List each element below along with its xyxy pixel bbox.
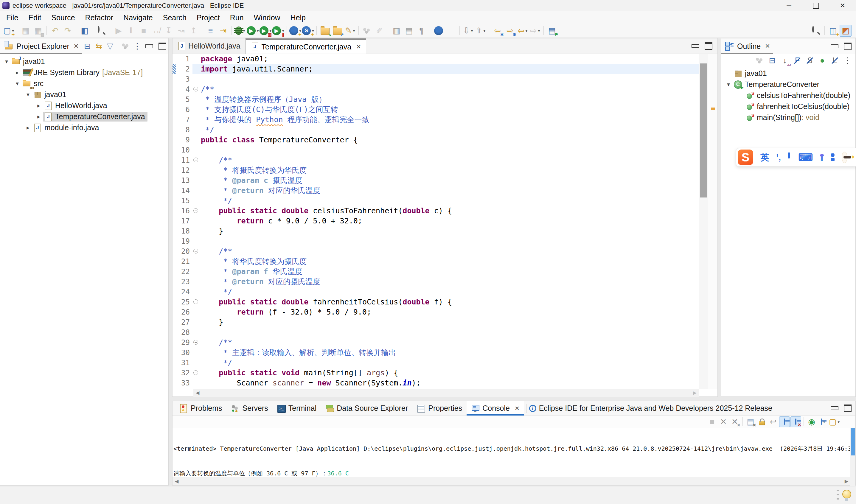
link-with-editor-button[interactable]: ⇆ xyxy=(93,41,104,52)
fold-collapse-icon[interactable]: − xyxy=(193,370,198,375)
tab-project-explorer[interactable]: Project Explorer ✕ xyxy=(0,38,82,54)
menu-item-search[interactable]: Search xyxy=(158,13,192,22)
save-button[interactable]: ▦ xyxy=(20,25,32,37)
close-icon[interactable]: ✕ xyxy=(515,405,520,412)
tree-item[interactable]: ▾java01 xyxy=(0,89,168,100)
expander-icon[interactable]: ▸ xyxy=(34,102,43,109)
suspend-button[interactable]: ‖ xyxy=(125,25,137,37)
console-horizontal-scrollbar[interactable]: ◀ ▶ xyxy=(173,477,851,485)
resume-button[interactable]: ▶ xyxy=(113,25,125,37)
notification-bulb-icon[interactable] xyxy=(842,490,851,499)
next-edit-location-button[interactable]: ⇨✱ xyxy=(504,25,516,37)
expander-icon[interactable]: ▸ xyxy=(13,69,22,76)
hide-static-button[interactable]: S xyxy=(804,55,816,67)
code-line[interactable]: 14 * @return 对应的华氏温度 xyxy=(173,185,699,196)
code-line[interactable]: 6 * 支持摄氏度(C)与华氏度(F)之间互转 xyxy=(173,105,699,115)
word-wrap-button[interactable]: ↩ xyxy=(768,416,779,427)
code-line[interactable]: 12 * 将摄氏度转换为华氏度 xyxy=(173,165,699,176)
clear-console-button[interactable]: ▤✕ xyxy=(745,416,756,427)
code-line[interactable]: 22 * @param f 华氏温度 xyxy=(173,267,699,277)
console-tab-terminal[interactable]: >_Terminal xyxy=(273,401,321,415)
back-button[interactable]: ⇦▾ xyxy=(517,25,529,37)
outline-item[interactable]: Smain(String[]) : void xyxy=(721,112,855,123)
close-icon[interactable]: ✕ xyxy=(765,42,770,50)
import-button[interactable]: ↘ xyxy=(319,25,331,37)
code-editor[interactable]: 1package java01;2import java.util.Scanne… xyxy=(173,54,699,389)
code-line[interactable]: 19 xyxy=(173,236,699,246)
view-menu-button[interactable]: ⋮ xyxy=(132,41,142,52)
tree-item[interactable]: ▾src xyxy=(0,78,168,89)
coverage-button[interactable]: ▶▥▾ xyxy=(260,25,272,37)
tree-item[interactable]: ▸Jmodule-info.java xyxy=(0,122,168,133)
tree-item[interactable]: ▸JRE System Library[JavaSE-17] xyxy=(0,67,168,78)
active-perspective-java-ee-button[interactable]: ◩ xyxy=(840,25,852,37)
scrollbar-thumb[interactable] xyxy=(700,64,707,197)
new-server-button[interactable]: ✦▾ xyxy=(289,25,302,37)
code-line[interactable]: 4−/** xyxy=(173,84,699,94)
previous-edit-location-button[interactable]: ⇦✱ xyxy=(492,25,503,37)
open-console-button[interactable]: ▢▾ xyxy=(829,416,840,427)
hide-non-public-button[interactable]: ● xyxy=(816,55,828,67)
minimize-button[interactable] xyxy=(828,41,841,52)
drag-handle[interactable] xyxy=(837,490,839,501)
last-edit-location-button[interactable]: ▤⚑ xyxy=(546,25,558,37)
expander-icon[interactable]: ▸ xyxy=(34,113,43,120)
expander-icon[interactable]: ▾ xyxy=(2,58,11,65)
outline-item[interactable]: ▾C▶TemperatureConverter xyxy=(721,79,855,90)
terminate-button[interactable]: ■ xyxy=(707,416,717,427)
scroll-left-icon[interactable]: ◀ xyxy=(175,479,178,484)
console-tab-console[interactable]: Console✕ xyxy=(467,401,524,415)
editor-tab-helloworld-java[interactable]: JHelloWorld.java xyxy=(173,38,246,54)
code-line[interactable]: 2import java.util.Scanner; xyxy=(173,64,699,74)
fold-collapse-icon[interactable]: − xyxy=(193,158,198,162)
code-line[interactable]: 31 */ xyxy=(173,358,699,368)
editor-horizontal-scrollbar[interactable]: ◀ ▶ xyxy=(193,389,699,397)
show-stdout-button[interactable] xyxy=(779,416,790,427)
code-line[interactable]: 7 * 与你提供的 Python 程序功能、逻辑完全一致 xyxy=(173,115,699,125)
user-profile-button[interactable] xyxy=(445,25,457,37)
export-button[interactable]: ↗ xyxy=(332,25,343,37)
fold-collapse-icon[interactable]: − xyxy=(193,208,198,213)
view-menu-button[interactable]: ⋮ xyxy=(841,55,853,67)
profile-button[interactable]: ▶▮▾ xyxy=(272,25,284,37)
scroll-left-icon[interactable]: ◀ xyxy=(196,390,199,396)
open-task-button[interactable]: ◧ xyxy=(79,25,91,37)
skin-icon[interactable] xyxy=(820,154,824,161)
debug-button[interactable]: ▾ xyxy=(234,25,246,37)
doc-outline-button[interactable]: ▤ xyxy=(403,25,415,37)
expander-icon[interactable]: ▾ xyxy=(23,91,33,98)
expander-icon[interactable]: ▾ xyxy=(13,80,22,87)
collaboration-icon[interactable] xyxy=(120,41,131,52)
update-button[interactable]: ⇩▾ xyxy=(462,25,474,37)
code-line[interactable]: 26 return (f - 32.0) * 5.0 / 9.0; xyxy=(173,307,699,317)
spelling-marker[interactable] xyxy=(711,108,715,110)
editor-vertical-scrollbar[interactable] xyxy=(699,54,708,389)
minimize-button[interactable] xyxy=(828,403,841,414)
collapse-all-button[interactable]: ⊟ xyxy=(766,55,778,67)
code-line[interactable]: 9public class TemperatureConverter { xyxy=(173,135,699,145)
sort-button[interactable]: ↓az xyxy=(779,55,791,67)
code-line[interactable]: 18 } xyxy=(173,226,699,236)
search-spy-button[interactable] xyxy=(96,25,108,37)
scrollbar-thumb[interactable] xyxy=(851,428,855,455)
web-service-button[interactable]: S✦▾ xyxy=(302,25,314,37)
mark-occurrences-button[interactable]: ≡ xyxy=(205,25,217,37)
filter-button[interactable]: ▽ xyxy=(105,41,115,52)
open-web-browser-button[interactable] xyxy=(433,25,445,37)
microphone-icon[interactable] xyxy=(788,152,791,162)
expander-icon[interactable]: ▾ xyxy=(724,81,733,88)
minimize-window-button[interactable]: ─ xyxy=(775,0,802,11)
overview-ruler[interactable] xyxy=(708,54,717,389)
code-line[interactable]: 3 xyxy=(173,74,699,84)
fold-collapse-icon[interactable]: − xyxy=(193,249,198,253)
outline-item[interactable]: java01 xyxy=(721,68,855,79)
maximize-window-button[interactable] xyxy=(802,0,829,11)
scroll-lock-button[interactable] xyxy=(756,416,767,427)
console-tab-problems[interactable]: Problems xyxy=(175,401,227,415)
ime-mode-toggle[interactable]: 英 xyxy=(760,153,769,162)
console-tab-servers[interactable]: Servers xyxy=(227,401,273,415)
remove-all-terminated-button[interactable]: ✕✕ xyxy=(729,416,740,427)
run-button[interactable]: ▶▾ xyxy=(247,25,259,37)
open-perspective-button[interactable]: ◫✦ xyxy=(827,25,839,37)
show-stderr-button[interactable]: ✕ xyxy=(790,416,801,427)
